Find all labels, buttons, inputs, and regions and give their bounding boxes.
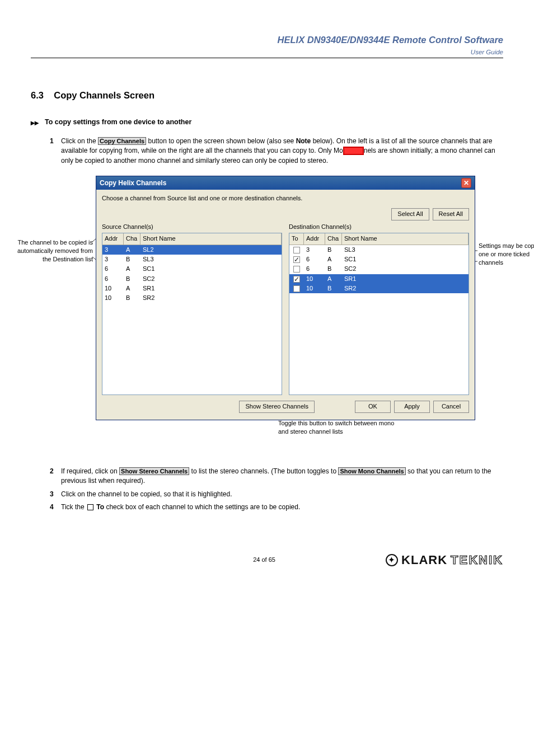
cell-addr: 10	[304, 284, 325, 293]
list-item[interactable]: 3BSL3	[102, 255, 282, 264]
bottom-annotation: Toggle this button to switch between mon…	[278, 419, 396, 436]
cell-to[interactable]	[289, 275, 304, 283]
source-list[interactable]: Addr Cha Short Name 3ASL23BSL36ASC16BSC2…	[102, 233, 282, 395]
step-number: 1	[31, 137, 61, 166]
list-item[interactable]: 10ASR1	[102, 284, 282, 293]
text: Click on the	[61, 137, 98, 145]
close-icon[interactable]: ✕	[461, 178, 471, 188]
lists-row: Source Channel(s) Addr Cha Short Name 3A…	[102, 223, 469, 395]
list-item[interactable]: 6ASC1	[289, 255, 469, 264]
cell-cha: A	[325, 255, 342, 264]
col-cha: Cha	[124, 233, 140, 244]
arrows-icon: ▸▸	[31, 118, 45, 133]
checkbox-icon[interactable]	[293, 256, 300, 263]
dest-list[interactable]: To Addr Cha Short Name 3BSL36ASC16BSC210…	[289, 233, 469, 395]
cell-name: SC2	[342, 265, 469, 273]
list-item[interactable]: 10BSR2	[102, 293, 282, 303]
step-3: 3 Click on the channel to be copied, so …	[31, 490, 503, 499]
cell-addr: 10	[304, 275, 325, 283]
cell-addr: 3	[102, 246, 124, 254]
cell-name: SL2	[140, 246, 282, 254]
cell-name: SR2	[140, 294, 282, 302]
cell-addr: 6	[304, 265, 325, 273]
cell-cha: B	[124, 294, 140, 302]
ok-button[interactable]: OK	[355, 401, 391, 412]
step-body: If required, click on Show Stereo Channe…	[61, 467, 503, 486]
col-addr: Addr	[102, 233, 124, 244]
step-body: Click on the channel to be copied, so th…	[61, 490, 503, 499]
checkbox-icon[interactable]	[293, 276, 300, 283]
step-1: 1 Click on the Copy Channels button to o…	[31, 137, 503, 166]
cell-cha: A	[325, 275, 342, 283]
cell-cha: A	[124, 246, 140, 254]
show-stereo-button[interactable]: Show Stereo Channels	[239, 401, 315, 412]
reset-all-button[interactable]: Reset All	[433, 208, 469, 220]
cell-name: SL3	[140, 255, 282, 264]
copy-channels-dialog: Copy Helix Channels ✕ Choose a channel f…	[96, 176, 475, 420]
list-item[interactable]: 3ASL2	[102, 245, 282, 255]
dialog-bottom-buttons: Show Stereo Channels OK Apply Cancel	[102, 401, 469, 412]
cell-addr: 10	[102, 284, 124, 293]
cell-cha: B	[124, 275, 140, 283]
cell-cha: B	[124, 255, 140, 264]
cell-name: SC1	[342, 255, 469, 264]
list-item[interactable]: 6BSC2	[102, 274, 282, 284]
cell-addr: 3	[304, 246, 325, 254]
list-item[interactable]: 10BSR2	[289, 284, 469, 293]
page-subtitle: User Guide	[31, 48, 503, 57]
section-heading: 6.3 Copy Channels Screen	[31, 89, 503, 102]
list-item[interactable]: 6ASC1	[102, 264, 282, 274]
show-stereo-label: Show Stereo Channels	[119, 467, 189, 475]
cell-name: SL3	[342, 246, 469, 254]
globe-icon: ✦	[386, 554, 398, 566]
list-item[interactable]: 3BSL3	[289, 245, 469, 255]
cell-addr: 6	[304, 255, 325, 264]
step-body: Tick the To check box of each channel to…	[61, 503, 503, 512]
step-2: 2 If required, click on Show Stereo Chan…	[31, 467, 503, 486]
checkbox-icon[interactable]	[293, 285, 300, 292]
step-body: Click on the Copy Channels button to ope…	[61, 137, 503, 166]
text: button to open the screen shown below (a…	[148, 137, 296, 145]
brand-word-1: KLARK	[401, 552, 447, 569]
select-all-button[interactable]: Select All	[391, 208, 429, 220]
cell-cha: A	[124, 284, 140, 293]
cell-to[interactable]	[289, 284, 304, 293]
step-4: 4 Tick the To check box of each channel …	[31, 503, 503, 512]
cell-to[interactable]	[289, 255, 304, 264]
section-title: Copy Channels Screen	[54, 90, 154, 100]
footer: 24 of 65 ✦ KLARK TEKNIK	[31, 552, 503, 569]
col-cha: Cha	[325, 233, 342, 244]
dialog-top-buttons: Select All Reset All	[102, 208, 469, 220]
right-annotation: Settings may be copied to one or more ti…	[479, 242, 534, 267]
checkbox-icon[interactable]	[293, 266, 300, 273]
note-word: Note	[296, 137, 311, 145]
left-annotation: The channel to be copied is automaticall…	[16, 238, 93, 264]
cell-cha: B	[325, 246, 342, 254]
apply-button[interactable]: Apply	[394, 401, 430, 412]
dialog-body: Choose a channel from Source list and on…	[96, 190, 475, 420]
cancel-button[interactable]: Cancel	[433, 401, 469, 412]
col-name: Short Name	[342, 233, 469, 244]
text: Tick the	[61, 503, 86, 511]
cell-cha: A	[124, 265, 140, 273]
page-title: HELIX DN9340E/DN9344E Remote Control Sof…	[31, 34, 503, 46]
source-header: Addr Cha Short Name	[102, 233, 282, 245]
dest-label: Destination Channel(s)	[289, 223, 469, 231]
procedure-heading-row: ▸▸ To copy settings from one device to a…	[31, 118, 503, 133]
checkbox-icon[interactable]	[293, 247, 300, 253]
cell-name: SR2	[342, 284, 469, 293]
source-label: Source Channel(s)	[102, 223, 282, 231]
cell-name: SC2	[140, 275, 282, 283]
brand-logo: ✦ KLARK TEKNIK	[386, 552, 503, 569]
step-number: 4	[31, 503, 61, 512]
cell-to[interactable]	[289, 246, 304, 254]
list-item[interactable]: 6BSC2	[289, 264, 469, 274]
cell-to[interactable]	[289, 265, 304, 273]
diagram: The channel to be copied is automaticall…	[31, 176, 503, 450]
section-number: 6.3	[31, 90, 44, 100]
dialog-title: Copy Helix Channels	[100, 179, 166, 188]
step-number: 2	[31, 467, 61, 486]
list-item[interactable]: 10ASR1	[289, 274, 469, 284]
checkbox-icon	[87, 504, 93, 510]
cell-name: SC1	[140, 265, 282, 273]
